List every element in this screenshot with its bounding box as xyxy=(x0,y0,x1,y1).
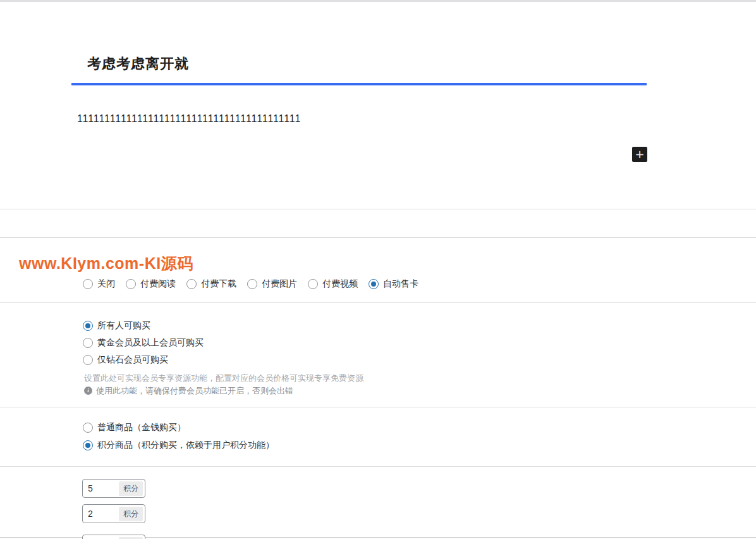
radio-label: 付费阅读 xyxy=(140,278,176,290)
radio-icon xyxy=(247,279,257,289)
radio-label: 积分商品（积分购买，依赖于用户积分功能） xyxy=(97,440,274,451)
help-line-2: i 使用此功能，请确保付费会员功能已开启，否则会出错 xyxy=(84,385,363,397)
radio-label: 黄金会员及以上会员可购买 xyxy=(97,337,204,349)
radio-pay-type-paid-video[interactable]: 付费视频 xyxy=(308,278,358,290)
radio-icon xyxy=(308,279,318,289)
points-price-input-2[interactable] xyxy=(88,509,119,519)
radio-access-gold-member[interactable]: 黄金会员及以上会员可购买 xyxy=(83,337,204,349)
radio-product-points[interactable]: 积分商品（积分购买，依赖于用户积分功能） xyxy=(83,440,274,451)
radio-pay-type-close[interactable]: 关闭 xyxy=(83,278,115,290)
radio-icon xyxy=(83,423,93,433)
radio-icon xyxy=(83,355,93,365)
radio-icon xyxy=(369,279,379,289)
radio-pay-type-paid-download[interactable]: 付费下载 xyxy=(186,278,236,290)
radio-label: 关闭 xyxy=(97,278,115,290)
watermark-text: www.KIym.com-KI源码 xyxy=(19,253,193,274)
divider xyxy=(0,237,756,238)
points-price-field-2: 积分 xyxy=(82,504,145,523)
radio-label: 仅钻石会员可购买 xyxy=(97,354,168,366)
radio-label: 付费视频 xyxy=(322,278,358,290)
points-suffix-label: 积分 xyxy=(119,507,143,521)
radio-icon xyxy=(126,279,136,289)
top-border-strip xyxy=(0,0,756,2)
add-block-button[interactable]: + xyxy=(632,147,647,162)
radio-icon xyxy=(186,279,197,289)
radio-pay-type-auto-card[interactable]: 自动售卡 xyxy=(369,278,418,290)
info-icon: i xyxy=(84,387,92,395)
radio-product-normal[interactable]: 普通商品（金钱购买） xyxy=(83,422,274,433)
points-price-field-3: 积分 xyxy=(82,535,145,539)
help-line-2-text: 使用此功能，请确保付费会员功能已开启，否则会出错 xyxy=(96,385,293,397)
post-body-text[interactable]: 1111111111111111111111111111111111111111… xyxy=(77,113,301,125)
pay-type-radio-group: 关闭 付费阅读 付费下载 付费图片 付费视频 自动售卡 xyxy=(83,278,418,290)
post-title[interactable]: 考虑考虑离开就 xyxy=(87,54,189,73)
divider xyxy=(0,466,756,467)
radio-icon xyxy=(83,279,93,289)
radio-icon xyxy=(83,440,93,450)
product-type-radio-group: 普通商品（金钱购买） 积分商品（积分购买，依赖于用户积分功能） xyxy=(83,422,274,451)
title-underline xyxy=(71,83,647,85)
points-price-field-1: 积分 xyxy=(82,479,145,498)
purchase-access-radio-group: 所有人可购买 黄金会员及以上会员可购买 仅钻石会员可购买 xyxy=(83,320,204,366)
radio-label: 付费下载 xyxy=(201,278,236,290)
member-help-text: 设置此处可实现会员专享资源功能，配置对应的会员价格可实现专享免费资源 i 使用此… xyxy=(84,372,363,397)
radio-label: 所有人可购买 xyxy=(97,320,150,331)
divider xyxy=(0,407,756,407)
points-price-input-1[interactable] xyxy=(88,483,119,493)
radio-label: 付费图片 xyxy=(262,278,297,290)
points-suffix-label: 积分 xyxy=(119,537,143,539)
radio-pay-type-paid-image[interactable]: 付费图片 xyxy=(247,278,297,290)
radio-icon xyxy=(83,321,93,331)
divider xyxy=(0,302,756,303)
help-line-1: 设置此处可实现会员专享资源功能，配置对应的会员价格可实现专享免费资源 xyxy=(84,372,363,384)
radio-pay-type-paid-read[interactable]: 付费阅读 xyxy=(126,278,176,290)
radio-label: 普通商品（金钱购买） xyxy=(97,422,186,433)
points-suffix-label: 积分 xyxy=(119,481,143,496)
divider xyxy=(0,209,756,209)
radio-icon xyxy=(83,338,93,348)
radio-access-everyone[interactable]: 所有人可购买 xyxy=(83,320,204,331)
radio-access-diamond-member[interactable]: 仅钻石会员可购买 xyxy=(83,354,204,366)
radio-label: 自动售卡 xyxy=(383,278,418,290)
